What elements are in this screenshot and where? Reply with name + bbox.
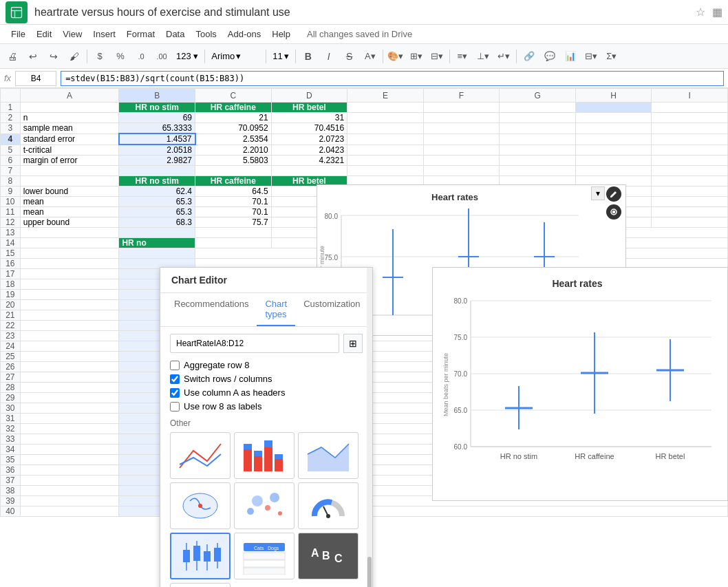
cell-A2[interactable]: n xyxy=(20,113,119,123)
checkbox-row-labels-input[interactable] xyxy=(170,402,180,412)
chart-dropdown-btn[interactable]: ▾ xyxy=(591,186,605,200)
cell-B3[interactable]: 65.3333 xyxy=(119,123,195,134)
cell-B7[interactable] xyxy=(119,166,195,176)
folder-icon[interactable]: ▦ xyxy=(712,6,722,19)
cell-empty[interactable] xyxy=(20,486,119,496)
cell-G7[interactable] xyxy=(500,166,576,176)
chart-type-area[interactable] xyxy=(298,432,358,479)
col-C[interactable]: C xyxy=(195,89,272,103)
chart-type-gauge[interactable] xyxy=(298,482,358,529)
merge-btn[interactable]: ⊟▾ xyxy=(427,47,447,66)
cell-empty[interactable] xyxy=(20,331,119,341)
cell-C2[interactable]: 21 xyxy=(195,113,272,123)
cell-empty[interactable] xyxy=(20,341,119,352)
tab-customization[interactable]: Customization xyxy=(295,293,368,326)
cell-B11[interactable]: 65.3 xyxy=(119,207,195,217)
cell-empty[interactable] xyxy=(20,248,119,259)
menu-view[interactable]: View xyxy=(57,25,87,44)
menu-data[interactable]: Data xyxy=(160,25,190,44)
cell-H1[interactable] xyxy=(575,103,652,113)
cell-F3[interactable] xyxy=(423,123,500,134)
col-D[interactable]: D xyxy=(271,89,347,103)
cell-C11[interactable]: 70.1 xyxy=(195,207,272,217)
formula-btn[interactable]: Σ▾ xyxy=(602,47,621,66)
currency-btn[interactable]: $ xyxy=(90,47,109,66)
cell-I11[interactable] xyxy=(652,207,728,217)
cell-empty[interactable] xyxy=(20,228,119,238)
cell-I9[interactable] xyxy=(652,186,728,197)
chart-type-line[interactable] xyxy=(170,432,231,479)
cell-C9[interactable]: 64.5 xyxy=(195,186,272,197)
cell-H5[interactable] xyxy=(575,145,652,156)
cell-empty[interactable] xyxy=(20,465,119,476)
cell-empty[interactable] xyxy=(20,383,119,393)
cell-G5[interactable] xyxy=(500,145,576,156)
cell-D2[interactable]: 31 xyxy=(271,113,347,123)
print-btn[interactable]: 🖨 xyxy=(3,47,22,66)
strikethrough-btn[interactable]: S xyxy=(340,47,359,66)
cell-C3[interactable]: 70.0952 xyxy=(195,123,272,134)
cell-empty[interactable] xyxy=(20,259,119,269)
cell-E7[interactable] xyxy=(347,166,424,176)
cell-B4-selected[interactable]: 1.4537 xyxy=(119,134,195,145)
cell-empty[interactable] xyxy=(20,290,119,300)
chart-type-table[interactable]: Cats Dogs xyxy=(234,533,295,579)
chart-editor-scrollbar-thumb[interactable] xyxy=(367,557,372,587)
chart-view-btn[interactable] xyxy=(606,204,621,220)
cell-E2[interactable] xyxy=(347,113,424,123)
cell-E6[interactable] xyxy=(347,156,424,166)
cell-ref-input[interactable] xyxy=(15,71,56,86)
tab-chart-types[interactable]: Chart types xyxy=(257,293,295,326)
cell-C10[interactable]: 70.1 xyxy=(195,197,272,207)
number-format-dropdown[interactable]: 123 ▾ xyxy=(173,47,202,66)
cell-E3[interactable] xyxy=(347,123,424,134)
checkbox-switch-rows-input[interactable] xyxy=(170,374,180,384)
decimal-decrease-btn[interactable]: .0 xyxy=(131,47,151,66)
menu-addons[interactable]: Add-ons xyxy=(222,25,266,44)
menu-help[interactable]: Help xyxy=(266,25,296,44)
redo-btn[interactable]: ↪ xyxy=(44,47,63,66)
cell-I7[interactable] xyxy=(652,166,728,176)
cell-F2[interactable] xyxy=(423,113,500,123)
col-G[interactable]: G xyxy=(500,89,576,103)
cell-A5[interactable]: t-critical xyxy=(20,145,119,156)
cell-H2[interactable] xyxy=(575,113,652,123)
font-color-btn[interactable]: A▾ xyxy=(361,47,380,66)
cell-A11[interactable]: mean xyxy=(20,207,119,217)
chart-type-scatter[interactable] xyxy=(234,482,295,529)
cell-C6[interactable]: 5.5803 xyxy=(195,156,272,166)
menu-edit[interactable]: Edit xyxy=(31,25,57,44)
cell-empty[interactable] xyxy=(20,352,119,362)
cell-B1[interactable]: HR no stim xyxy=(119,103,195,113)
col-I[interactable]: I xyxy=(652,89,728,103)
cell-E4[interactable] xyxy=(347,134,424,145)
cell-H6[interactable] xyxy=(575,156,652,166)
cell-empty[interactable] xyxy=(20,403,119,414)
cell-C12[interactable]: 75.7 xyxy=(195,217,272,228)
cell-F5[interactable] xyxy=(423,145,500,156)
cell-empty[interactable] xyxy=(195,228,272,238)
cell-F7[interactable] xyxy=(423,166,500,176)
cell-empty[interactable] xyxy=(20,393,119,403)
col-A[interactable]: A xyxy=(20,89,119,103)
cell-empty[interactable] xyxy=(20,279,119,290)
filter-btn[interactable]: ⊟▾ xyxy=(581,47,601,66)
cell-G4[interactable] xyxy=(500,134,576,145)
percent-btn[interactable]: % xyxy=(111,47,130,66)
cell-empty[interactable] xyxy=(195,238,272,248)
cell-empty[interactable] xyxy=(20,362,119,372)
cell-F1[interactable] xyxy=(423,103,500,113)
cell-H7[interactable] xyxy=(575,166,652,176)
col-E[interactable]: E xyxy=(347,89,424,103)
cell-E5[interactable] xyxy=(347,145,424,156)
cell-A4[interactable]: standard error xyxy=(20,134,119,145)
cell-B12[interactable]: 68.3 xyxy=(119,217,195,228)
chart-type-abc[interactable]: A B C xyxy=(298,533,358,579)
chart-type-candlestick[interactable] xyxy=(170,533,231,579)
cell-B14[interactable]: HR no xyxy=(119,238,195,248)
formula-display[interactable]: =stdev(B15:B83)/sqrt(count(B15:B83)) xyxy=(61,71,724,86)
cell-D7[interactable] xyxy=(271,166,347,176)
cell-C5[interactable]: 2.2010 xyxy=(195,145,272,156)
align-btn[interactable]: ≡▾ xyxy=(453,47,472,66)
cell-F6[interactable] xyxy=(423,156,500,166)
